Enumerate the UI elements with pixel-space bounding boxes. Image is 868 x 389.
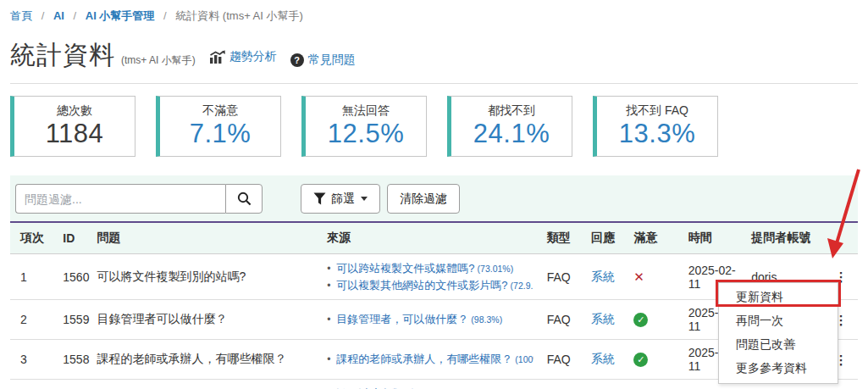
breadcrumb-separator: / [163,9,167,22]
stat-card-label: 都找不到 [451,103,572,119]
search-input-group [15,184,263,214]
breadcrumb-separator: / [74,9,77,22]
page: 首頁 / AI / AI 小幫手管理 / 統計資料 (tms+ AI 小幫手) … [0,0,868,389]
cell-question: 可以將文件複製到別的站嗎? [87,254,318,300]
faq-link[interactable]: ? 常見問題 [290,53,356,68]
col-header-source: 來源 [317,222,537,254]
clear-filter-button[interactable]: 清除過濾 [387,184,460,214]
col-header-account: 提問者帳號 [741,222,820,254]
col-header-index: 項次 [10,222,53,254]
filter-funnel-icon [313,192,326,205]
source-item: 課程的老師或承辦人，有哪些權限？(100%) [327,351,534,368]
stat-card-total: 總次數 1184 [10,96,135,157]
cell-type: FAQ [537,254,581,300]
source-link[interactable]: 可以跨站複製文件或媒體嗎? [336,262,474,275]
col-header-satisfied: 滿意 [623,222,677,254]
menu-item-issue-improved[interactable]: 問題已改善 [719,333,838,357]
faq-label: 常見問題 [308,53,356,68]
menu-item-more-references[interactable]: 更多參考資料 [719,357,838,381]
question-circle-icon: ? [290,53,304,67]
stat-card-label: 找不到 FAQ [597,103,717,119]
breadcrumb-ai-link[interactable]: AI [53,9,64,22]
col-header-time: 時間 [678,222,741,254]
trend-chart-icon [209,50,225,64]
breadcrumb: 首頁 / AI / AI 小幫手管理 / 統計資料 (tms+ AI 小幫手) [10,0,858,24]
header-divider [10,83,858,84]
stat-cards: 總次數 1184 不滿意 7.1% 無法回答 12.5% 都找不到 24.1% … [10,96,858,157]
trend-analysis-label: 趨勢分析 [229,49,277,64]
satisfied-icon: ✓ [633,313,648,327]
cell-type: FAQ [537,340,581,380]
table-header-row: 項次 ID 問題 來源 類型 回應 滿意 時間 提問者帳號 [10,222,858,254]
stat-card-none-found: 都找不到 24.1% [447,96,572,157]
page-title: 統計資料 [10,38,115,73]
source-link[interactable]: 可以複製其他網站的文件或影片嗎? [336,279,507,292]
cell-id: 1559 [53,300,86,340]
filter-bar: 篩選 清除過濾 [10,175,858,221]
stat-card-no-faq: 找不到 FAQ 13.3% [593,96,718,157]
breadcrumb-current: 統計資料 (tms+ AI 小幫手) [175,9,303,22]
source-percent: (98.3%) [471,314,502,325]
breadcrumb-ai-manage-link[interactable]: AI 小幫手管理 [86,9,155,22]
breadcrumb-home-link[interactable]: 首頁 [10,9,32,22]
caret-down-icon [361,197,368,201]
source-percent: (73.01%) [478,264,514,274]
search-icon [237,192,252,206]
source-list: 誰可以建立類別?(78.83%) 課程的老師或承辦人，有哪些權限？(65.... [327,386,534,389]
response-link[interactable]: 系統 [591,270,615,283]
source-item: 目錄管理者，可以做什麼？(98.3%) [327,311,534,328]
source-percent: (72.9.. [511,281,534,291]
col-header-type: 類型 [537,222,581,254]
breadcrumb-separator: / [41,9,45,22]
stat-card-value: 1184 [14,119,135,149]
cell-index: 2 [10,300,53,340]
cell-index: 3 [10,340,53,380]
source-percent: (100%) [515,354,533,364]
source-item: 可以複製其他網站的文件或影片嗎?(72.9.. [327,277,534,294]
col-header-id: ID [53,222,86,254]
source-link[interactable]: 目錄管理者，可以做什麼？ [336,313,468,325]
page-header: 統計資料 (tms+ AI 小幫手) 趨勢分析 ? 常見問題 [10,38,858,73]
search-input[interactable] [15,184,225,214]
stat-card-value: 12.5% [306,119,426,149]
stat-card-value: 24.1% [451,119,572,149]
source-list: 可以跨站複製文件或媒體嗎?(73.01%) 可以複製其他網站的文件或影片嗎?(7… [327,260,534,293]
cell-index: 1 [10,254,53,300]
source-list: 課程的老師或承辦人，有哪些權限？(100%) [327,351,534,368]
col-header-actions [820,222,858,254]
stat-card-label: 不滿意 [160,103,280,119]
cell-question: 誰可以建立課程類別? [87,380,318,389]
source-item: 可以跨站複製文件或媒體嗎?(73.01%) [327,260,534,277]
stat-card-value: 7.1% [160,119,280,149]
cell-question: 目錄管理者可以做什麼？ [87,300,318,340]
response-link[interactable]: 系統 [591,312,615,325]
search-button[interactable] [225,184,263,214]
satisfied-icon: ✓ [633,353,648,367]
cell-index: 4 [10,380,53,389]
source-list: 目錄管理者，可以做什麼？(98.3%) [327,311,534,328]
col-header-question: 問題 [87,222,318,254]
cell-question: 課程的老師或承辦人，有哪些權限？ [87,340,318,380]
cell-id: 1557 [53,380,86,389]
stat-card-label: 無法回答 [306,103,426,119]
stat-card-value: 13.3% [597,119,717,149]
cell-type: FAQ [537,300,581,340]
col-header-response: 回應 [581,222,623,254]
source-item: 誰可以建立類別?(78.83%) [327,386,534,389]
cell-type: FAQ [537,380,581,389]
response-link[interactable]: 系統 [591,352,615,365]
unsatisfied-icon: ✕ [633,270,644,285]
stat-card-unsatisfied: 不滿意 7.1% [156,96,281,157]
filter-button[interactable]: 篩選 [301,184,380,214]
source-link[interactable]: 課程的老師或承辦人，有哪些權限？ [336,353,512,365]
cell-id: 1558 [53,340,86,380]
stat-card-label: 總次數 [14,103,135,119]
stat-card-unanswerable: 無法回答 12.5% [301,96,427,157]
annotation-highlight-box [716,280,841,307]
cell-id: 1560 [53,254,86,300]
trend-analysis-link[interactable]: 趨勢分析 [209,49,277,64]
menu-item-ask-again[interactable]: 再問一次 [719,309,838,333]
page-subtitle: (tms+ AI 小幫手) [121,53,196,68]
filter-button-label: 篩選 [331,192,355,207]
